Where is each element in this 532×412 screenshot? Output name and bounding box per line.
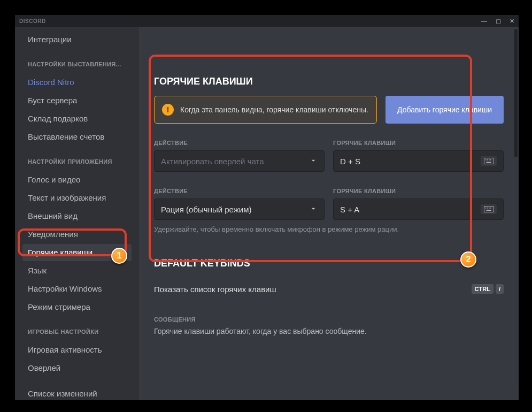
key-chip: /: [496, 284, 504, 294]
sidebar-item-changelog[interactable]: Список изменений: [22, 385, 132, 400]
settings-sidebar: Интеграции НАСТРОЙКИ ВЫСТАВЛЕНИЯ... Disc…: [15, 27, 139, 400]
svg-rect-10: [490, 208, 491, 209]
key-chips: CTRL /: [472, 284, 504, 294]
action-select-1-value: Рация (обычный режим): [161, 205, 251, 214]
sidebar-item-keybinds[interactable]: Горячие клавиши: [22, 244, 132, 261]
app-body: Интеграции НАСТРОЙКИ ВЫСТАВЛЕНИЯ... Disc…: [15, 27, 519, 400]
svg-rect-8: [487, 208, 488, 209]
keybind-input-0[interactable]: D + S: [333, 150, 504, 172]
chevron-down-icon: [309, 156, 318, 166]
keyboard-icon: [481, 204, 497, 214]
warning-banner: ! Когда эта панель видна, горячие клавиш…: [154, 96, 377, 124]
sidebar-item-billing[interactable]: Выставление счетов: [22, 128, 132, 146]
sidebar-item-language[interactable]: Язык: [22, 262, 132, 279]
default-keybinds-title: DEFAULT KEYBINDS: [154, 258, 504, 269]
titlebar: DISCORD — ▢ ✕: [15, 15, 519, 27]
chevron-down-icon: [309, 204, 318, 215]
sidebar-item-nitro[interactable]: Discord Nitro: [22, 74, 132, 91]
sidebar-item-windows[interactable]: Настройки Windows: [22, 280, 132, 297]
window-controls: — ▢ ✕: [481, 18, 514, 24]
warning-text: Когда эта панель видна, горячие клавиши …: [180, 105, 368, 115]
svg-rect-3: [489, 159, 490, 161]
keybind-row: ДЕЙСТВИЕ Активировать оверлей чата ГОРЯЧ…: [154, 140, 504, 172]
messages-desc: Горячие клавиши работают, когда у вас вы…: [154, 327, 504, 335]
sidebar-item-text[interactable]: Текст и изображения: [22, 189, 132, 207]
default-keybind-row: Показать список горячих клавиш CTRL /: [154, 284, 504, 294]
svg-rect-1: [485, 159, 487, 161]
action-select-0[interactable]: Активировать оверлей чата: [154, 150, 325, 172]
sidebar-item-appearance[interactable]: Внешний вид: [22, 208, 132, 225]
keybind-label: ГОРЯЧИЕ КЛАВИШИ: [333, 188, 504, 194]
sidebar-item-integrations[interactable]: Интеграции: [22, 31, 132, 48]
svg-rect-11: [487, 210, 491, 211]
show-list-label: Показать список горячих клавиш: [154, 285, 276, 294]
sidebar-item-voice[interactable]: Голос и видео: [22, 171, 132, 188]
key-chip: CTRL: [472, 284, 494, 294]
settings-content: ESC ГОРЯЧИЕ КЛАВИШИ ! Когда эта панель в…: [139, 27, 519, 400]
sidebar-header-game: ИГРОВЫЕ НАСТРОЙКИ: [22, 323, 132, 340]
svg-rect-2: [487, 159, 488, 161]
sidebar-item-gifts[interactable]: Склад подарков: [22, 110, 132, 127]
action-select-0-value: Активировать оверлей чата: [161, 157, 264, 166]
keyboard-icon: [481, 156, 497, 166]
svg-rect-7: [485, 208, 487, 209]
action-label: ДЕЙСТВИЕ: [154, 188, 325, 194]
add-keybind-button[interactable]: Добавить горячие клавиши: [385, 96, 504, 124]
app-title: DISCORD: [19, 18, 46, 24]
messages-label: СООБЩЕНИЯ: [154, 316, 504, 323]
sidebar-item-streamer[interactable]: Режим стримера: [22, 299, 132, 316]
scrollbar-thumb[interactable]: [514, 29, 518, 157]
keybind-label: ГОРЯЧИЕ КЛАВИШИ: [333, 140, 504, 146]
warning-icon: !: [162, 104, 174, 116]
svg-rect-9: [489, 208, 490, 209]
action-label: ДЕЙСТВИЕ: [154, 140, 325, 146]
minimize-button[interactable]: —: [481, 18, 487, 24]
sidebar-header-app: НАСТРОЙКИ ПРИЛОЖЕНИЯ: [22, 153, 132, 170]
sidebar-item-overlay[interactable]: Оверлей: [22, 360, 132, 377]
sidebar-item-notifications[interactable]: Уведомления: [22, 226, 132, 243]
app-window: DISCORD — ▢ ✕ Интеграции НАСТРОЙКИ ВЫСТА…: [15, 15, 519, 400]
svg-rect-0: [484, 158, 494, 164]
sidebar-item-activity[interactable]: Игровая активность: [22, 341, 132, 358]
keybind-row: ДЕЙСТВИЕ Рация (обычный режим) ГОРЯЧИЕ К…: [154, 188, 504, 220]
keybind-input-1[interactable]: S + A: [333, 199, 504, 220]
keybind-hint: Удерживайте, чтобы временно включать мик…: [154, 225, 504, 233]
svg-rect-5: [487, 162, 491, 163]
svg-rect-6: [484, 206, 494, 212]
panel-title: ГОРЯЧИЕ КЛАВИШИ: [154, 37, 504, 87]
sidebar-item-boost[interactable]: Буст сервера: [22, 92, 132, 109]
keybinds-panel: ГОРЯЧИЕ КЛАВИШИ ! Когда эта панель видна…: [154, 37, 504, 233]
keybind-input-1-value: S + A: [340, 205, 359, 214]
close-button[interactable]: ✕: [510, 18, 514, 24]
action-select-1[interactable]: Рация (обычный режим): [154, 199, 325, 220]
maximize-button[interactable]: ▢: [496, 18, 501, 24]
sidebar-header-billing: НАСТРОЙКИ ВЫСТАВЛЕНИЯ...: [22, 56, 132, 73]
add-keybind-label: Добавить горячие клавиши: [397, 105, 492, 114]
svg-rect-4: [490, 159, 491, 161]
keybind-input-0-value: D + S: [340, 157, 360, 166]
